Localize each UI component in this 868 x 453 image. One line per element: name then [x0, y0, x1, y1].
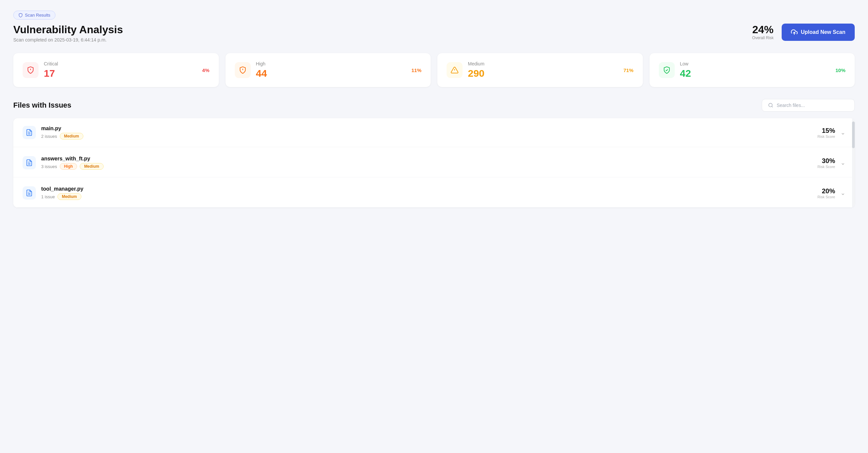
scrollbar-track[interactable]: [852, 118, 855, 208]
risk-score-label: Risk Score: [817, 134, 835, 139]
file-item-main-py[interactable]: main.py 2 issues Medium 15% Risk Score ⌄: [13, 118, 855, 147]
medium-icon-container: [446, 62, 463, 78]
file-item-answers-with-ft-py[interactable]: answers_with_ft.py 3 issues High Medium …: [13, 148, 855, 177]
file-info: main.py 2 issues Medium: [41, 125, 83, 140]
stat-card-critical: Critical 17 4%: [13, 53, 219, 87]
critical-stat-info: Critical 17: [44, 61, 58, 79]
critical-icon: [27, 66, 34, 74]
svg-point-7: [769, 103, 772, 107]
stat-card-medium-left: Medium 290: [446, 61, 485, 79]
file-right: 30% Risk Score ⌄: [817, 157, 845, 169]
breadcrumb-label: Scan Results: [25, 12, 51, 18]
file-item-left: answers_with_ft.py 3 issues High Medium: [23, 156, 103, 170]
overall-risk-label: Overall Risk: [752, 35, 774, 40]
risk-score-display: 20% Risk Score: [817, 187, 835, 199]
issues-count: 1 issue: [41, 194, 55, 199]
file-right: 20% Risk Score ⌄: [817, 187, 845, 199]
file-item-left: tool_manager.py 1 issue Medium: [23, 186, 83, 200]
medium-value: 290: [468, 68, 485, 79]
file-name: tool_manager.py: [41, 186, 83, 192]
file-icon: [23, 126, 36, 139]
scrollbar-thumb[interactable]: [852, 122, 855, 148]
medium-stat-info: Medium 290: [468, 61, 485, 79]
file-right: 15% Risk Score ⌄: [817, 127, 845, 139]
risk-score-value: 20%: [817, 187, 835, 195]
low-value: 42: [680, 68, 691, 79]
risk-score-value: 15%: [817, 127, 835, 134]
low-label: Low: [680, 61, 691, 66]
stats-grid: Critical 17 4% High 44 11%: [13, 53, 855, 87]
svg-line-8: [772, 106, 773, 107]
badge-high: High: [60, 163, 78, 170]
file-item-left: main.py 2 issues Medium: [23, 125, 83, 140]
search-box[interactable]: [762, 99, 855, 112]
badge-medium: Medium: [80, 163, 103, 170]
file-info: tool_manager.py 1 issue Medium: [41, 186, 83, 200]
risk-score-label: Risk Score: [817, 165, 835, 169]
badge-medium: Medium: [60, 133, 83, 140]
file-name: answers_with_ft.py: [41, 156, 103, 162]
breadcrumb: Scan Results: [13, 11, 855, 20]
low-percent: 10%: [835, 67, 845, 73]
critical-value: 17: [44, 68, 58, 79]
scan-date: Scan completed on 2025-03-19, 6:44:14 p.…: [13, 37, 123, 42]
file-icon: [23, 156, 36, 170]
critical-percent: 4%: [202, 67, 210, 73]
high-label: High: [256, 61, 267, 66]
stat-card-high: High 44 11%: [225, 53, 431, 87]
risk-score-display: 30% Risk Score: [817, 157, 835, 169]
file-item-tool-manager-py[interactable]: tool_manager.py 1 issue Medium 20% Risk …: [13, 179, 855, 208]
high-stat-info: High 44: [256, 61, 267, 79]
files-section-title: Files with Issues: [13, 101, 71, 110]
warning-icon: [451, 66, 459, 74]
chevron-down-icon: ⌄: [840, 129, 845, 136]
chevron-down-icon: ⌄: [840, 189, 845, 197]
issues-count: 2 issues: [41, 134, 57, 139]
critical-icon-container: [23, 62, 38, 78]
high-icon-container: [235, 62, 251, 78]
risk-score-label: Risk Score: [817, 195, 835, 199]
document-icon: [26, 159, 33, 167]
shield-icon: [18, 13, 23, 18]
check-shield-icon: [663, 66, 671, 74]
medium-percent: 71%: [623, 67, 633, 73]
medium-label: Medium: [468, 61, 485, 66]
files-section: Files with Issues: [13, 99, 855, 208]
overall-risk-display: 24% Overall Risk: [752, 24, 774, 40]
document-icon: [26, 189, 33, 197]
page-title: Vulnerability Analysis: [13, 24, 123, 36]
files-section-header: Files with Issues: [13, 99, 855, 112]
upload-button-label: Upload New Scan: [801, 29, 845, 35]
high-percent: 11%: [411, 67, 422, 73]
stat-card-low: Low 42 10%: [650, 53, 855, 87]
file-info: answers_with_ft.py 3 issues High Medium: [41, 156, 103, 170]
low-icon-container: [659, 62, 675, 78]
file-meta: 2 issues Medium: [41, 133, 83, 140]
risk-score-display: 15% Risk Score: [817, 127, 835, 139]
risk-score-value: 30%: [817, 157, 835, 165]
overall-risk-percent: 24%: [752, 24, 774, 35]
upload-new-scan-button[interactable]: Upload New Scan: [782, 24, 855, 41]
issues-count: 3 issues: [41, 164, 57, 169]
page-header: Vulnerability Analysis Scan completed on…: [13, 24, 855, 42]
breadcrumb-badge[interactable]: Scan Results: [13, 11, 56, 20]
file-meta: 3 issues High Medium: [41, 163, 103, 170]
search-input[interactable]: [777, 102, 848, 108]
low-stat-info: Low 42: [680, 61, 691, 79]
stat-card-critical-left: Critical 17: [23, 61, 58, 79]
upload-icon: [791, 29, 798, 35]
header-left: Vulnerability Analysis Scan completed on…: [13, 24, 123, 42]
file-icon: [23, 186, 36, 200]
high-value: 44: [256, 68, 267, 79]
chevron-down-icon: ⌄: [840, 159, 845, 167]
search-icon: [768, 102, 773, 108]
file-meta: 1 issue Medium: [41, 193, 83, 200]
files-list: main.py 2 issues Medium 15% Risk Score ⌄: [13, 118, 855, 208]
high-icon: [239, 66, 247, 74]
file-name: main.py: [41, 125, 83, 131]
stat-card-high-left: High 44: [235, 61, 267, 79]
critical-label: Critical: [44, 61, 58, 66]
header-right: 24% Overall Risk Upload New Scan: [752, 24, 855, 41]
stat-card-medium: Medium 290 71%: [437, 53, 643, 87]
stat-card-low-left: Low 42: [659, 61, 691, 79]
